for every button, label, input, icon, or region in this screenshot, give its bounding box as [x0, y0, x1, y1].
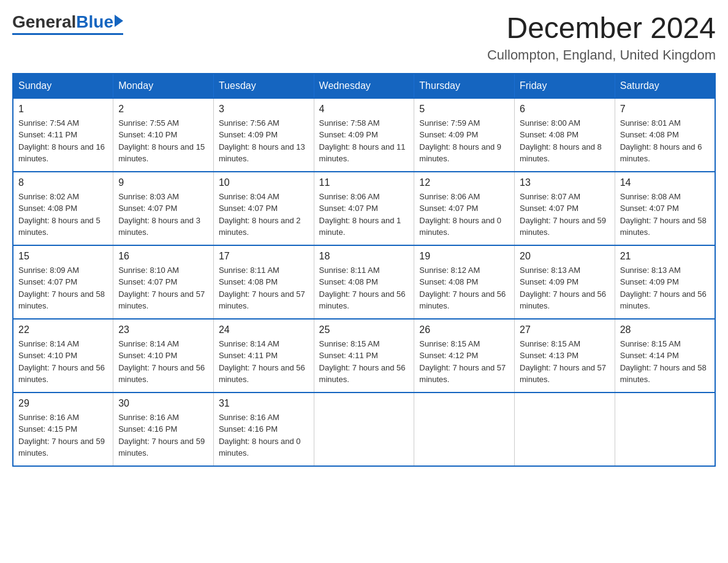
day-info: Sunrise: 8:06 AMSunset: 4:07 PMDaylight:…	[419, 191, 509, 239]
calendar-cell: 2Sunrise: 7:55 AMSunset: 4:10 PMDaylight…	[113, 98, 214, 172]
day-number: 10	[219, 177, 309, 188]
day-number: 19	[419, 251, 509, 262]
calendar-cell: 9Sunrise: 8:03 AMSunset: 4:07 PMDaylight…	[113, 172, 214, 245]
day-number: 29	[18, 398, 108, 409]
day-number: 25	[319, 324, 409, 335]
week-row-4: 22Sunrise: 8:14 AMSunset: 4:10 PMDayligh…	[13, 319, 715, 393]
logo-general-text: General	[12, 12, 76, 32]
calendar-cell: 11Sunrise: 8:06 AMSunset: 4:07 PMDayligh…	[314, 172, 414, 245]
calendar-cell: 26Sunrise: 8:15 AMSunset: 4:12 PMDayligh…	[414, 319, 515, 393]
day-info: Sunrise: 8:15 AMSunset: 4:14 PMDaylight:…	[620, 338, 710, 386]
calendar-body: 1Sunrise: 7:54 AMSunset: 4:11 PMDaylight…	[13, 98, 715, 466]
day-number: 5	[419, 104, 509, 115]
calendar-cell: 23Sunrise: 8:14 AMSunset: 4:10 PMDayligh…	[113, 319, 214, 393]
day-info: Sunrise: 7:59 AMSunset: 4:09 PMDaylight:…	[419, 117, 509, 165]
day-number: 16	[118, 251, 208, 262]
calendar-cell: 6Sunrise: 8:00 AMSunset: 4:08 PMDaylight…	[515, 98, 615, 172]
logo-blue-part: Blue	[76, 12, 123, 32]
calendar-cell: 10Sunrise: 8:04 AMSunset: 4:07 PMDayligh…	[213, 172, 314, 245]
day-number: 23	[118, 324, 208, 335]
location-title: Cullompton, England, United Kingdom	[487, 47, 716, 63]
calendar-cell: 13Sunrise: 8:07 AMSunset: 4:07 PMDayligh…	[515, 172, 615, 245]
calendar-cell: 5Sunrise: 7:59 AMSunset: 4:09 PMDaylight…	[414, 98, 515, 172]
day-number: 28	[620, 324, 710, 335]
day-info: Sunrise: 8:15 AMSunset: 4:13 PMDaylight:…	[520, 338, 610, 386]
header-thursday: Thursday	[414, 74, 515, 98]
day-number: 31	[219, 398, 309, 409]
calendar-cell: 29Sunrise: 8:16 AMSunset: 4:15 PMDayligh…	[13, 393, 113, 466]
calendar-cell: 17Sunrise: 8:11 AMSunset: 4:08 PMDayligh…	[213, 245, 314, 319]
calendar-cell: 28Sunrise: 8:15 AMSunset: 4:14 PMDayligh…	[615, 319, 715, 393]
calendar-cell: 30Sunrise: 8:16 AMSunset: 4:16 PMDayligh…	[113, 393, 214, 466]
calendar-cell: 8Sunrise: 8:02 AMSunset: 4:08 PMDaylight…	[13, 172, 113, 245]
day-info: Sunrise: 8:12 AMSunset: 4:08 PMDaylight:…	[419, 264, 509, 312]
day-number: 20	[520, 251, 610, 262]
logo-underline	[12, 33, 123, 35]
day-info: Sunrise: 7:58 AMSunset: 4:09 PMDaylight:…	[319, 117, 409, 165]
header-row: SundayMondayTuesdayWednesdayThursdayFrid…	[13, 74, 715, 98]
calendar-cell: 15Sunrise: 8:09 AMSunset: 4:07 PMDayligh…	[13, 245, 113, 319]
day-info: Sunrise: 8:04 AMSunset: 4:07 PMDaylight:…	[219, 191, 309, 239]
day-info: Sunrise: 8:11 AMSunset: 4:08 PMDaylight:…	[219, 264, 309, 312]
calendar-cell: 20Sunrise: 8:13 AMSunset: 4:09 PMDayligh…	[515, 245, 615, 319]
calendar-cell: 19Sunrise: 8:12 AMSunset: 4:08 PMDayligh…	[414, 245, 515, 319]
day-info: Sunrise: 8:09 AMSunset: 4:07 PMDaylight:…	[18, 264, 108, 312]
calendar-cell	[414, 393, 515, 466]
week-row-1: 1Sunrise: 7:54 AMSunset: 4:11 PMDaylight…	[13, 98, 715, 172]
header-wednesday: Wednesday	[314, 74, 414, 98]
day-info: Sunrise: 8:10 AMSunset: 4:07 PMDaylight:…	[118, 264, 208, 312]
calendar-cell: 22Sunrise: 8:14 AMSunset: 4:10 PMDayligh…	[13, 319, 113, 393]
header-sunday: Sunday	[13, 74, 113, 98]
calendar-cell: 3Sunrise: 7:56 AMSunset: 4:09 PMDaylight…	[213, 98, 314, 172]
day-info: Sunrise: 8:16 AMSunset: 4:16 PMDaylight:…	[219, 412, 309, 459]
calendar-cell: 7Sunrise: 8:01 AMSunset: 4:08 PMDaylight…	[615, 98, 715, 172]
day-info: Sunrise: 8:16 AMSunset: 4:16 PMDaylight:…	[118, 412, 208, 459]
day-number: 27	[520, 324, 610, 335]
day-info: Sunrise: 8:00 AMSunset: 4:08 PMDaylight:…	[520, 117, 610, 165]
day-number: 24	[219, 324, 309, 335]
day-info: Sunrise: 8:11 AMSunset: 4:08 PMDaylight:…	[319, 264, 409, 312]
day-number: 26	[419, 324, 509, 335]
calendar-cell: 1Sunrise: 7:54 AMSunset: 4:11 PMDaylight…	[13, 98, 113, 172]
day-info: Sunrise: 8:01 AMSunset: 4:08 PMDaylight:…	[620, 117, 710, 165]
day-number: 21	[620, 251, 710, 262]
day-info: Sunrise: 8:14 AMSunset: 4:11 PMDaylight:…	[219, 338, 309, 386]
logo-blue-text: Blue	[76, 12, 113, 32]
title-area: December 2024 Cullompton, England, Unite…	[487, 12, 716, 63]
day-number: 8	[18, 177, 108, 188]
day-info: Sunrise: 8:08 AMSunset: 4:07 PMDaylight:…	[620, 191, 710, 239]
logo: General Blue	[12, 12, 123, 35]
day-number: 2	[118, 104, 208, 115]
calendar-cell: 31Sunrise: 8:16 AMSunset: 4:16 PMDayligh…	[213, 393, 314, 466]
calendar-cell	[515, 393, 615, 466]
header-saturday: Saturday	[615, 74, 715, 98]
day-info: Sunrise: 8:14 AMSunset: 4:10 PMDaylight:…	[118, 338, 208, 386]
week-row-5: 29Sunrise: 8:16 AMSunset: 4:15 PMDayligh…	[13, 393, 715, 466]
day-info: Sunrise: 8:15 AMSunset: 4:11 PMDaylight:…	[319, 338, 409, 386]
logo-arrow-icon	[115, 15, 123, 27]
day-info: Sunrise: 8:03 AMSunset: 4:07 PMDaylight:…	[118, 191, 208, 239]
day-number: 3	[219, 104, 309, 115]
day-number: 1	[18, 104, 108, 115]
day-info: Sunrise: 8:14 AMSunset: 4:10 PMDaylight:…	[18, 338, 108, 386]
month-title: December 2024	[487, 12, 716, 45]
day-info: Sunrise: 8:02 AMSunset: 4:08 PMDaylight:…	[18, 191, 108, 239]
calendar-cell: 12Sunrise: 8:06 AMSunset: 4:07 PMDayligh…	[414, 172, 515, 245]
day-info: Sunrise: 8:13 AMSunset: 4:09 PMDaylight:…	[620, 264, 710, 312]
header-friday: Friday	[515, 74, 615, 98]
day-info: Sunrise: 8:07 AMSunset: 4:07 PMDaylight:…	[520, 191, 610, 239]
day-number: 18	[319, 251, 409, 262]
day-number: 30	[118, 398, 208, 409]
day-info: Sunrise: 7:54 AMSunset: 4:11 PMDaylight:…	[18, 117, 108, 165]
calendar-cell: 27Sunrise: 8:15 AMSunset: 4:13 PMDayligh…	[515, 319, 615, 393]
day-number: 14	[620, 177, 710, 188]
day-info: Sunrise: 8:06 AMSunset: 4:07 PMDaylight:…	[319, 191, 409, 239]
day-number: 4	[319, 104, 409, 115]
calendar-cell: 16Sunrise: 8:10 AMSunset: 4:07 PMDayligh…	[113, 245, 214, 319]
day-number: 11	[319, 177, 409, 188]
calendar-cell: 21Sunrise: 8:13 AMSunset: 4:09 PMDayligh…	[615, 245, 715, 319]
day-number: 6	[520, 104, 610, 115]
day-number: 15	[18, 251, 108, 262]
day-info: Sunrise: 8:15 AMSunset: 4:12 PMDaylight:…	[419, 338, 509, 386]
day-number: 9	[118, 177, 208, 188]
